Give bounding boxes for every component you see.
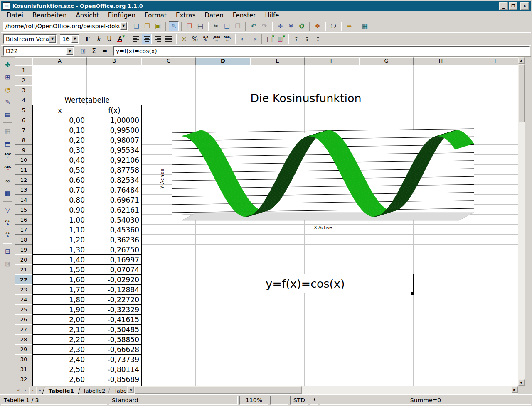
close-button[interactable]: ✕ [520,2,529,10]
value-table[interactable]: xf(x)0,001,000000,100,995000,200,980070,… [32,105,142,386]
datapilot-icon[interactable]: ✲ [286,21,296,31]
ungroup-icon[interactable]: ⊠ [2,259,13,269]
formula-textbox[interactable]: y=f(x)=cos(x) [197,274,414,293]
cell-fx-value[interactable]: 0,87758 [87,165,142,175]
cell-x-value[interactable]: 2,30 [33,345,87,355]
row-header-4[interactable]: 4 [15,95,32,105]
column-header-G[interactable]: G [359,57,414,65]
cell-fx-value[interactable]: 0,26750 [87,245,142,255]
row-header-16[interactable]: 16 [15,215,32,225]
increase-indent-icon[interactable]: ⇥ [249,34,259,44]
cell-fx-value[interactable]: -0,73739 [87,355,142,364]
cell-x-value[interactable]: 0,60 [33,175,87,185]
row-header-15[interactable]: 15 [15,205,32,215]
cell-fx-value[interactable]: -0,66628 [87,345,142,355]
cell-x-value[interactable]: 0,20 [33,135,87,145]
row-header-14[interactable]: 14 [15,195,32,205]
row-header-5[interactable]: 5 [15,105,32,115]
dropdown-arrow-icon[interactable]: ▼ [272,35,274,38]
row-header-1[interactable]: 1 [15,65,32,75]
menu-item-bearbeiten[interactable]: Bearbeiten [28,11,71,20]
draw-functions-icon[interactable]: ✎ [2,97,13,108]
calculator-icon[interactable]: ▦ [360,21,370,31]
cell-fx-value[interactable]: 1,00000 [87,115,142,125]
minimize-button[interactable]: _ [499,2,508,10]
italic-icon[interactable]: k [94,34,103,44]
cell-fx-value[interactable]: 0,98007 [87,135,142,145]
menu-item-extras[interactable]: Extras [171,11,200,20]
hyperlink-icon[interactable]: ❂ [297,21,307,31]
font-color-icon[interactable]: A▼ [115,34,125,44]
align-top-icon[interactable]: =↑ [291,34,301,44]
menu-item-datei[interactable]: Datei [2,11,28,20]
autofilter-icon[interactable]: ▽ [2,205,13,215]
cell-fx-value[interactable]: 0,07074 [87,265,142,275]
cell-fx-value[interactable]: -0,12884 [87,285,142,295]
cell-fx-value[interactable]: -0,80114 [87,364,142,374]
spellcheck-icon[interactable]: ABC✓ [2,151,13,161]
cell-x-value[interactable]: 0,90 [33,205,87,215]
column-header-H[interactable]: H [414,57,468,65]
remove-decimal-icon[interactable]: 000,← [222,34,232,44]
align-bottom-icon[interactable]: =↓ [313,34,323,44]
cell-x-value[interactable]: 0,70 [33,185,87,195]
decrease-indent-icon[interactable]: ⇤ [238,34,248,44]
scroll-down-icon[interactable]: ▼ [518,379,525,386]
cell-x-value[interactable]: 2,60 [33,374,87,384]
cell-fx-value[interactable]: 0,69671 [87,195,142,205]
underline-icon[interactable]: U [104,34,114,44]
cell-fx-value[interactable]: -0,22720 [87,295,142,305]
cell-x-value[interactable]: 0,00 [33,115,87,125]
form-controls-icon[interactable]: ▤ [2,109,13,120]
restore-button[interactable]: ❐ [509,2,517,10]
formula-input[interactable]: y=f(x)=cos(x) [113,46,530,56]
cell-fx-value[interactable]: 0,92106 [87,155,142,165]
align-center-vertical-icon[interactable]: =↕ [302,34,312,44]
row-header-17[interactable]: 17 [15,225,32,235]
cell-x-value[interactable]: 2,10 [33,325,87,335]
insert-cells-icon[interactable]: ⊞ [2,72,13,83]
row-header-27[interactable]: 27 [15,324,32,334]
row-header-19[interactable]: 19 [15,245,32,254]
horizontal-scrollbar[interactable]: ◀ ▶ [127,386,518,394]
gallery-icon[interactable]: ❖ [313,21,323,31]
column-header-F[interactable]: F [305,57,359,65]
export-pdf-icon[interactable]: ❒ [185,21,195,31]
horizontal-scroll-thumb[interactable] [135,386,302,394]
group-icon[interactable]: ⊟ [2,246,13,257]
cell-fx-value[interactable]: -0,50485 [87,325,142,335]
insert-object-icon[interactable]: ◔ [2,84,13,95]
spreadsheet-area[interactable]: ABCDEFGHI 123456789101112131415161718192… [15,57,518,386]
data-sources-icon[interactable]: ▦ [2,188,13,199]
cell-x-value[interactable]: 1,80 [33,295,87,305]
select-all-corner[interactable] [15,57,32,65]
cell-fx-value[interactable]: 0,54030 [87,215,142,225]
row-header-32[interactable]: 32 [15,374,32,384]
row-header-23[interactable]: 23 [15,284,32,294]
dropdown-arrow-icon[interactable]: ▼ [123,35,125,38]
column-header-B[interactable]: B [87,57,141,65]
row-header-22[interactable]: 22 [15,274,32,284]
cell-x-value[interactable]: 0,30 [33,145,87,155]
cell-fx-value[interactable]: -0,02920 [87,275,142,285]
autoformat-icon[interactable]: ▦ [2,126,13,137]
cell-x-value[interactable]: 2,50 [33,364,87,374]
align-right-icon[interactable] [153,34,163,44]
cell-fx-value[interactable]: 0,45360 [87,225,142,235]
bold-icon[interactable]: F [83,34,93,44]
row-header-12[interactable]: 12 [15,175,32,185]
cell-fx-value[interactable]: -0,41615 [87,315,142,325]
new-document-icon[interactable]: ❏ [131,21,141,31]
row-header-18[interactable]: 18 [15,235,32,245]
row-header-30[interactable]: 30 [15,354,32,364]
cell-fx-value[interactable]: -0,58850 [87,335,142,345]
menu-item-fenster[interactable]: Fenster [228,11,261,20]
row-header-25[interactable]: 25 [15,304,32,314]
tab-nav-icon-2[interactable]: › [29,387,36,394]
row-header-2[interactable]: 2 [15,75,32,85]
row-header-9[interactable]: 9 [15,145,32,155]
row-header-7[interactable]: 7 [15,125,32,135]
table-header-x[interactable]: x [33,105,87,115]
cell-fx-value[interactable]: 0,95534 [87,145,142,155]
row-header-29[interactable]: 29 [15,344,32,354]
